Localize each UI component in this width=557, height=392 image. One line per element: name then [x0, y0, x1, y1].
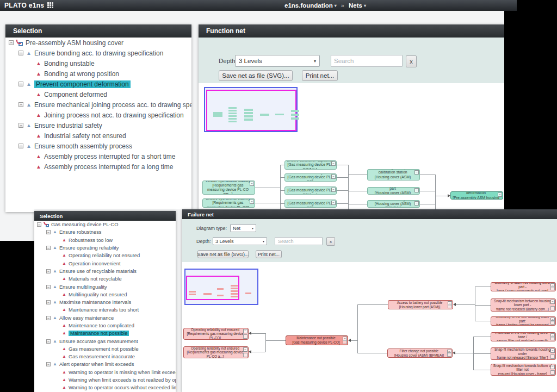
tree-item[interactable]: −▲Alert operator when limit exceeds — [34, 360, 176, 368]
expand-toggle[interactable]: − — [18, 123, 23, 128]
tree-item-label[interactable]: Ensure multilinguality — [59, 284, 107, 290]
expand-toggle[interactable]: − — [46, 230, 51, 234]
save-net-button[interactable]: Save net as file (SVG)... — [219, 70, 293, 81]
net-node[interactable]: Ensure calibration capability[Gas measur… — [284, 173, 337, 182]
tree-item-label[interactable]: Ensure smooth assembly process — [34, 142, 132, 150]
tree-item-label[interactable]: Ensure use of recyclable materials — [59, 269, 137, 274]
net-node[interactable]: Operating reliability not ensured[Requir… — [183, 346, 249, 358]
tree-item[interactable]: ▲Robustness too low — [34, 237, 176, 244]
collapse-node-button[interactable]: − — [331, 188, 336, 192]
tree-item[interactable]: −▲Ensure use of recyclable materials — [34, 267, 176, 275]
tree-item-label[interactable]: Allow easy maintenance — [59, 315, 114, 321]
tree-item[interactable]: −▲Ensure industrial safety — [5, 120, 191, 130]
tree-item-label[interactable]: Ensure robustness — [59, 229, 102, 235]
collapse-node-button[interactable]: − — [331, 201, 336, 205]
net-node[interactable]: Geometry of latch free housing lower par… — [491, 282, 556, 291]
diagram-type-select[interactable]: Net ▾ — [230, 224, 256, 232]
tree-item[interactable]: ▲Maintenance not possible — [34, 329, 176, 337]
tree-item[interactable]: ▲Assembly process interrupted for a long… — [5, 161, 191, 172]
tree-item[interactable]: −▲Allow easy maintenance — [34, 314, 176, 322]
tree-item[interactable]: −▲Ensure operating reliability — [34, 244, 176, 252]
expand-toggle[interactable]: − — [46, 300, 51, 304]
net-node[interactable]: Operating reliability not ensured[Requir… — [183, 328, 249, 340]
tree-item[interactable]: −▲Ensure robustness — [34, 228, 176, 236]
tree-item[interactable]: −Gas measuring device PL-CO — [34, 221, 176, 228]
net-node[interactable]: Snap-fit mechanism towards bottom of fil… — [491, 364, 556, 376]
expand-toggle[interactable]: − — [46, 339, 51, 344]
expand-toggle[interactable]: − — [18, 144, 23, 148]
expand-node-button[interactable] — [243, 334, 247, 339]
collapse-node-button[interactable]: − — [414, 201, 419, 206]
tree-item-label[interactable]: Multilinguality not ensured — [69, 292, 127, 297]
tree-item-label[interactable]: Operation inconvenient — [69, 261, 121, 266]
tree-item[interactable]: ▲Industrial safety not ensured — [5, 130, 191, 141]
tree-item-label[interactable]: Maintenance too complicated — [69, 323, 134, 328]
net-node[interactable]: Access to battery not possible[Housing l… — [388, 300, 453, 309]
expand-toggle[interactable]: − — [18, 51, 23, 55]
expand-toggle[interactable]: − — [46, 362, 51, 366]
tree-item-label[interactable]: Maintenance not possible — [69, 331, 129, 336]
tree-item-label[interactable]: Ensure bonding acc. to drawing specifica… — [34, 49, 163, 57]
collapse-node-button[interactable]: − — [414, 170, 419, 175]
expand-node-button[interactable] — [550, 306, 555, 310]
tree-item-label[interactable]: Component deformed — [44, 91, 107, 98]
minimap[interactable] — [184, 269, 258, 305]
net-node[interactable]: Prevent component deformation[Pre-assemb… — [450, 191, 503, 200]
tree-item[interactable]: −▲Prevent component deformation — [5, 79, 191, 89]
collapse-node-button[interactable]: − — [250, 200, 254, 204]
app-grid-icon[interactable] — [47, 2, 54, 9]
tree-item-label[interactable]: Ensure operating reliability — [59, 245, 119, 251]
tree-item[interactable]: ▲Multilinguality not ensured — [34, 291, 176, 298]
tree-item[interactable]: ▲Materials not recyclable — [34, 275, 176, 283]
expand-node-button[interactable] — [550, 354, 555, 359]
collapse-node-button[interactable]: − — [331, 175, 336, 179]
collapse-node-button[interactable]: − — [331, 161, 336, 166]
expand-node-button[interactable] — [447, 352, 451, 357]
tree-item[interactable]: −▲Ensure accurate gas measurement — [34, 337, 176, 345]
tree-item-label[interactable]: Warning to operator occurs without excee… — [69, 385, 176, 390]
tree-item[interactable]: ▲Warning to operator occurs without exce… — [34, 384, 176, 391]
tree-item-label[interactable]: Assembly process interrupted for a long … — [44, 163, 173, 171]
tree-item[interactable]: ▲Warning when limit exceeds is not reali… — [34, 376, 176, 384]
expand-node-button[interactable] — [448, 304, 452, 308]
tree-item-label[interactable]: Robustness too low — [69, 238, 113, 243]
expand-toggle[interactable]: − — [18, 102, 23, 107]
tree-item-label[interactable]: Joining process not acc. to drawing spec… — [44, 111, 184, 119]
net-node[interactable]: Ensure stability[Housing cover (ASM) (BF… — [367, 200, 420, 208]
tree-item[interactable]: ▲Gas measurement inaccurate — [34, 353, 176, 360]
save-net-button[interactable]: Save net as file (SVG)... — [197, 250, 249, 258]
net-node[interactable]: Ensure robustness[Gas measuring device P… — [284, 186, 337, 195]
tree-item-label[interactable]: Bonding unstable — [44, 60, 95, 67]
collapse-node-button[interactable]: − — [550, 349, 555, 353]
print-net-button[interactable]: Print net... — [302, 70, 338, 81]
tree-item-label[interactable]: Maintenance intervals too short — [69, 307, 139, 313]
collapse-node-button[interactable]: − — [414, 188, 419, 192]
collapse-node-button[interactable]: − — [243, 347, 247, 352]
expand-toggle[interactable]: − — [9, 40, 14, 45]
collapse-node-button[interactable]: − — [243, 329, 247, 333]
tree-item-label[interactable]: Ensure industrial safety — [34, 122, 102, 129]
tree-item[interactable]: −▲Ensure multilinguality — [34, 283, 176, 290]
net-node[interactable]: Geometry of the free housing lower part:… — [491, 316, 556, 326]
expand-node-button[interactable] — [550, 336, 555, 340]
depth-select[interactable]: 3 Levels ▾ — [235, 55, 320, 67]
tree-item[interactable]: −▲Ensure mechanical joining process acc.… — [5, 99, 191, 110]
tree-item[interactable]: ▲Gas measurement not possible — [34, 345, 176, 353]
tree-item[interactable]: −▲Ensure smooth assembly process — [5, 141, 191, 151]
tree-item-label[interactable]: Pre-assembly ASM housing cover — [26, 39, 123, 47]
tree-item[interactable]: −▲Ensure bonding acc. to drawing specifi… — [5, 48, 191, 58]
net-node[interactable]: Ensure operational stability[Requirement… — [202, 181, 255, 195]
net-node[interactable]: Snap-fit mechanism between housing lower… — [491, 298, 556, 312]
net-node[interactable]: Ensure robustness[Gas measuring device P… — [284, 200, 337, 208]
net-node[interactable]: Ensure calibration capability[Gas measur… — [284, 160, 337, 170]
tree-item-label[interactable]: Gas measurement inaccurate — [69, 354, 135, 359]
tree-item-label[interactable]: Ensure mechanical joining process acc. t… — [34, 101, 191, 109]
net-node[interactable]: Ensure operational stability[Requirement… — [202, 198, 255, 208]
tree-item-label[interactable]: Bonding at wrong position — [44, 70, 119, 78]
print-net-button[interactable]: Print net... — [256, 250, 282, 258]
tree-item-label[interactable]: Maximise maintenance intervals — [59, 300, 131, 305]
expand-toggle[interactable]: − — [46, 269, 51, 273]
tree-item-label[interactable]: Warning to operator is missing when limi… — [69, 370, 176, 375]
tree-item[interactable]: ▲Warning to operator is missing when lim… — [34, 369, 176, 376]
tree-item[interactable]: ▲Maintenance too complicated — [34, 322, 176, 329]
